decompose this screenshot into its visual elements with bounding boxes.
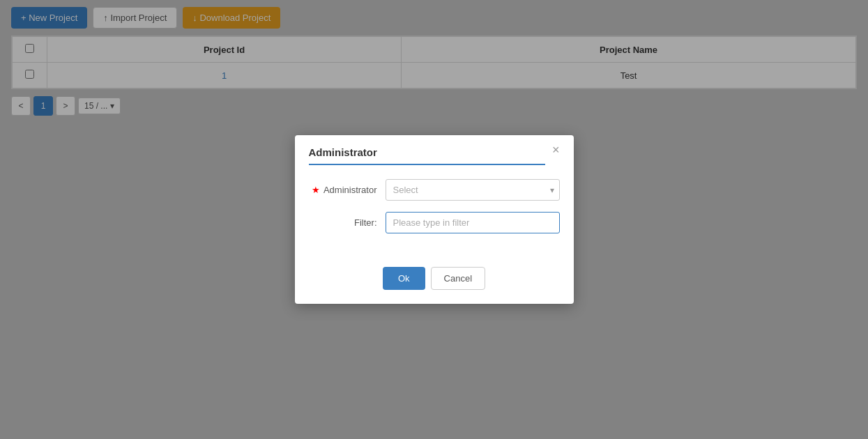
required-star: ★	[312, 185, 320, 195]
administrator-label: ★ Administrator	[309, 185, 386, 195]
filter-label: Filter:	[309, 217, 386, 228]
cancel-button[interactable]: Cancel	[431, 267, 485, 290]
filter-form-row: Filter:	[309, 212, 560, 233]
modal-body: ★ Administrator Select ▾ Filter:	[295, 165, 574, 259]
ok-button[interactable]: Ok	[383, 267, 425, 290]
modal-footer: Ok Cancel	[295, 259, 574, 304]
filter-input[interactable]	[386, 212, 560, 233]
modal-close-button[interactable]: ×	[552, 144, 560, 156]
modal-overlay: Administrator × ★ Administrator Select ▾	[0, 0, 868, 439]
administrator-select-wrapper: Select ▾	[386, 179, 560, 201]
modal-header: Administrator ×	[295, 135, 574, 165]
administrator-form-row: ★ Administrator Select ▾	[309, 179, 560, 201]
administrator-modal: Administrator × ★ Administrator Select ▾	[295, 135, 574, 304]
modal-title: Administrator	[309, 146, 545, 165]
administrator-label-text: Administrator	[323, 185, 377, 195]
administrator-select[interactable]: Select	[386, 179, 560, 201]
modal-title-wrapper: Administrator	[309, 146, 545, 165]
